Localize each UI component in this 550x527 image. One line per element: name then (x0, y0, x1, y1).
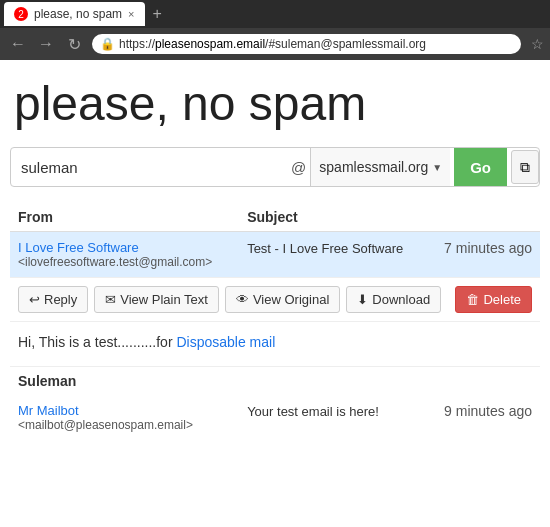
view-original-button[interactable]: 👁 View Original (225, 286, 340, 313)
tab-title: please, no spam (34, 7, 122, 21)
email-subject: Test - I Love Free Software (247, 241, 403, 256)
email-list: From Subject I Love Free Software <ilove… (10, 205, 540, 440)
refresh-button[interactable]: ↻ (62, 32, 86, 56)
reply-button[interactable]: ↩ Reply (18, 286, 88, 313)
email-subject-cell: Test - I Love Free Software (239, 232, 427, 278)
forward-button[interactable]: → (34, 32, 58, 56)
email-row[interactable]: I Love Free Software <ilovefreesoftware.… (10, 232, 540, 278)
download-icon: ⬇ (357, 292, 368, 307)
email-subject-cell: Your test email is here! (239, 395, 427, 440)
email-body-link[interactable]: Disposable mail (176, 334, 275, 350)
from-column-header: From (10, 205, 239, 232)
email-search-bar: @ spamlessmail.org ▼ Go ⧉ (10, 147, 540, 187)
email-table-body: I Love Free Software <ilovefreesoftware.… (10, 232, 540, 441)
username-input[interactable] (11, 159, 287, 176)
ssl-lock-icon: 🔒 (100, 37, 115, 51)
go-button[interactable]: Go (454, 148, 507, 186)
copy-icon: ⧉ (520, 159, 530, 176)
at-symbol: @ (287, 159, 310, 176)
email-from-cell: I Love Free Software <ilovefreesoftware.… (10, 232, 239, 278)
trash-icon: 🗑 (466, 292, 479, 307)
email-row[interactable]: Mr Mailbot <mailbot@pleasenospam.email> … (10, 395, 540, 440)
email-time: 9 minutes ago (427, 395, 540, 440)
domain-value: spamlessmail.org (319, 159, 428, 175)
section-name: Suleman (10, 367, 540, 396)
new-tab-button[interactable]: + (145, 5, 170, 23)
email-action-bar: ↩ Reply ✉ View Plain Text 👁 View Origina… (10, 277, 540, 322)
url-text: https://pleasenospam.email/#suleman@spam… (119, 37, 426, 51)
site-title: please, no spam (10, 76, 540, 131)
subject-column-header: Subject (239, 205, 427, 232)
browser-toolbar: ← → ↻ 🔒 https://pleasenospam.email/#sule… (0, 28, 550, 60)
email-body-row: Hi, This is a test..........for Disposab… (10, 322, 540, 367)
download-button[interactable]: ⬇ Download (346, 286, 441, 313)
email-from-addr: <mailbot@pleasenospam.email> (18, 418, 231, 432)
email-body-text-before: Hi, This is a test..........for (18, 334, 176, 350)
action-row-container: ↩ Reply ✉ View Plain Text 👁 View Origina… (10, 277, 540, 322)
section-divider-row: Suleman (10, 367, 540, 396)
url-bar[interactable]: 🔒 https://pleasenospam.email/#suleman@sp… (92, 34, 521, 54)
email-table-header: From Subject (10, 205, 540, 232)
tab-close-button[interactable]: × (128, 8, 134, 20)
email-from-cell: Mr Mailbot <mailbot@pleasenospam.email> (10, 395, 239, 440)
email-time: 7 minutes ago (427, 232, 540, 278)
eye-icon: 👁 (236, 292, 249, 307)
back-button[interactable]: ← (6, 32, 30, 56)
delete-button[interactable]: 🗑 Delete (455, 286, 532, 313)
chevron-down-icon: ▼ (432, 162, 442, 173)
nav-buttons: ← → ↻ (6, 32, 86, 56)
page-content: please, no spam @ spamlessmail.org ▼ Go … (0, 76, 550, 440)
bookmark-icon[interactable]: ☆ (531, 36, 544, 52)
email-subject: Your test email is here! (247, 404, 379, 419)
email-body: Hi, This is a test..........for Disposab… (10, 322, 540, 367)
browser-tab[interactable]: 2 please, no spam × (4, 2, 145, 26)
tab-badge: 2 (14, 7, 28, 21)
view-plain-button[interactable]: ✉ View Plain Text (94, 286, 219, 313)
copy-button[interactable]: ⧉ (511, 150, 539, 184)
domain-dropdown[interactable]: spamlessmail.org ▼ (310, 148, 450, 186)
email-from-addr: <ilovefreesoftware.test@gmail.com> (18, 255, 231, 269)
tab-bar: 2 please, no spam × + (0, 0, 550, 28)
email-from-name[interactable]: I Love Free Software (18, 240, 231, 255)
envelope-icon: ✉ (105, 292, 116, 307)
reply-icon: ↩ (29, 292, 40, 307)
email-from-name[interactable]: Mr Mailbot (18, 403, 231, 418)
